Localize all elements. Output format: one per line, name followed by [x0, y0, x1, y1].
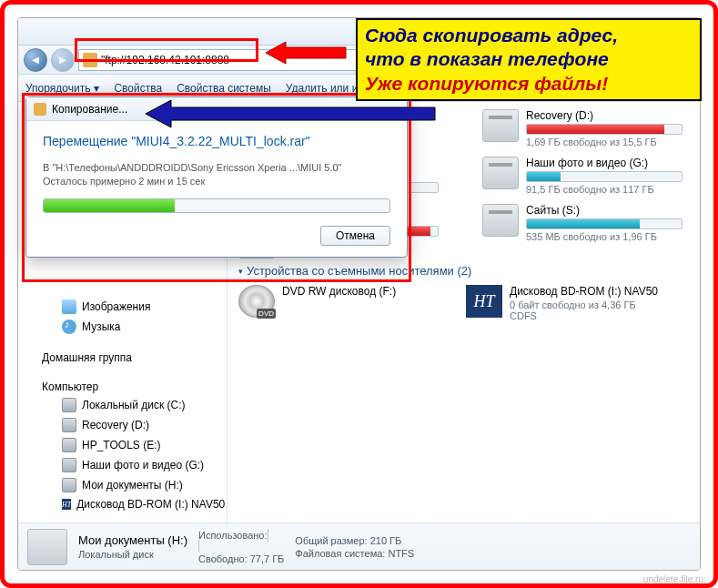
- annotation-callout: Сюда скопировать адрес, что в показан те…: [356, 18, 702, 101]
- svg-marker-1: [146, 100, 435, 127]
- music-icon: [62, 319, 76, 334]
- hdd-icon: [62, 398, 76, 412]
- organize-menu[interactable]: Упорядочить ▾: [25, 82, 99, 95]
- sidebar-item-images[interactable]: Изображения: [18, 297, 227, 317]
- annotation-arrow-blue: [146, 98, 437, 129]
- sidebar-computer[interactable]: Компьютер: [18, 375, 227, 395]
- sidebar-item-photos[interactable]: Наши фото и видео (G:): [18, 455, 227, 475]
- dialog-heading: Перемещение "MIUI4_3.2.22_MULTI_lock.rar…: [43, 134, 390, 148]
- status-bar: Мои документы (H:) Локальный диск Исполь…: [18, 522, 700, 570]
- removable-group-header[interactable]: ▾ Устройства со съемными носителями (2): [238, 264, 689, 278]
- status-name: Мои документы (H:): [78, 533, 187, 547]
- drive-icon: [27, 529, 67, 565]
- back-button[interactable]: ◄: [24, 48, 47, 72]
- hdd-icon: [62, 418, 76, 432]
- svg-marker-0: [266, 42, 346, 64]
- drive-item[interactable]: Сайты (S:)535 МБ свободно из 1,96 ГБ: [482, 204, 683, 242]
- system-properties-button[interactable]: Свойства системы: [177, 82, 271, 95]
- sidebar-item-hptools[interactable]: HP_TOOLS (E:): [18, 435, 227, 455]
- status-type: Локальный диск: [78, 549, 187, 560]
- annotation-highlight-address: [75, 38, 258, 62]
- copy-icon: [34, 103, 46, 116]
- drive-item[interactable]: Наши фото и видео (G:)91,5 ГБ свободно и…: [482, 157, 683, 195]
- bd-icon: HT: [466, 285, 502, 318]
- sidebar-item-localdisk[interactable]: Локальный диск (C:): [18, 395, 227, 415]
- bd-drive[interactable]: HT Дисковод BD-ROM (I:) NAV50 0 байт сво…: [466, 285, 666, 321]
- dvd-drive[interactable]: DVD RW дисковод (F:): [238, 285, 439, 321]
- sidebar-item-recovery[interactable]: Recovery (D:): [18, 415, 227, 435]
- sidebar-item-mydocs[interactable]: Мои документы (H:): [18, 475, 227, 495]
- sidebar-item-bdrom[interactable]: HTДисковод BD-ROM (I:) NAV50: [18, 495, 227, 513]
- dvd-icon: [238, 285, 275, 318]
- sidebar-item-music[interactable]: Музыка: [18, 317, 227, 337]
- hdd-icon: [62, 438, 76, 452]
- dialog-title: Копирование...: [52, 103, 127, 116]
- dialog-text: В "H:\Телефоны\ANDDDROIDD\Sony Ericsson …: [43, 161, 390, 189]
- hdd-icon: [62, 478, 76, 492]
- sidebar-homegroup[interactable]: Домашняя группа: [18, 346, 227, 366]
- forward-button[interactable]: ►: [51, 48, 75, 72]
- watermark: undelete-file.ru: [643, 574, 703, 584]
- drive-item[interactable]: Recovery (D:)1,69 ГБ свободно из 15,5 ГБ: [482, 109, 683, 147]
- progress-bar: [43, 198, 390, 213]
- drive-icon: [482, 109, 519, 142]
- annotation-arrow-red: [266, 40, 348, 66]
- images-icon: [62, 299, 76, 314]
- hdd-icon: [62, 458, 76, 472]
- cancel-button[interactable]: Отмена: [320, 226, 390, 246]
- drive-icon: [482, 157, 519, 189]
- properties-button[interactable]: Свойства: [114, 82, 162, 95]
- bdrom-icon: HT: [62, 499, 71, 510]
- drive-icon: [482, 204, 519, 237]
